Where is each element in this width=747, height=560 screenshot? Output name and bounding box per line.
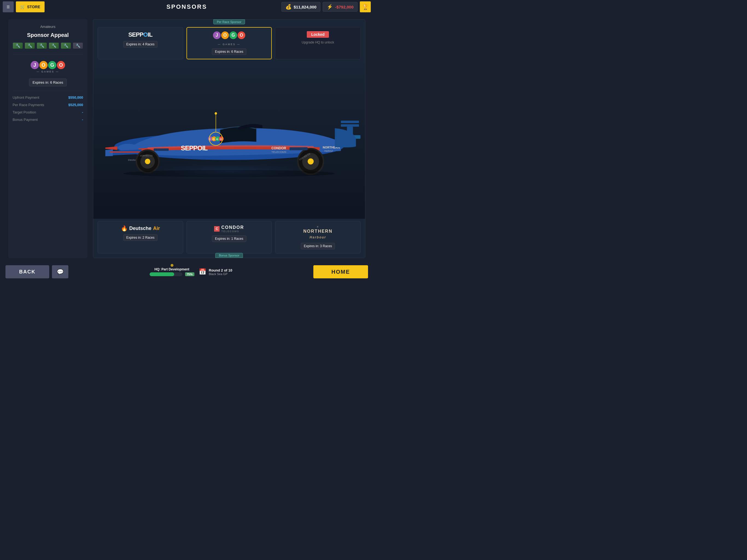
progress-fill — [150, 272, 174, 276]
deutsche-logo: 🔥 Deutsche Air — [121, 225, 160, 232]
appeal-icons: 🔧 🔧 🔧 🔧 🔧 🔧 — [12, 43, 83, 49]
car-svg: SEPPOIL CONDOR TELECOMS NORTHERN Harbour… — [93, 103, 365, 178]
cart-icon: 🛒 — [20, 5, 25, 9]
footer: BACK 💬 ⊕ HQ: Part Development 75% 📅 Roun… — [0, 263, 374, 280]
jogo-card[interactable]: J O G O — GAMES — Expires in: 6 Races — [186, 27, 272, 59]
northern-expires: Expires in: 3 Races — [301, 243, 335, 249]
deutsche-expires: Expires in: 2 Races — [123, 234, 157, 241]
page-title: SPONSORS — [166, 3, 207, 10]
bonus-section-label: Bonus Sponsor — [215, 253, 243, 258]
upfront-value: $550,000 — [68, 96, 83, 100]
appeal-icon-1: 🔧 — [13, 43, 23, 49]
store-label: STORE — [27, 5, 40, 9]
bonus-payment-value: - — [82, 118, 83, 122]
header-left: ☰ 🛒 STORE — [3, 1, 45, 12]
bonus-sponsors: 🔥 Deutsche Air Expires in: 2 Races C CON… — [93, 219, 365, 258]
hq-label: HQ: Part Development — [154, 268, 189, 271]
debt-value: -$792,000 — [335, 5, 354, 9]
jogo-letter-j: J — [31, 61, 39, 69]
svg-rect-6 — [110, 152, 140, 153]
svg-text:CORTÉS CO: CORTÉS CO — [140, 154, 153, 157]
seppoil-expires: Expires in: 4 Races — [123, 41, 157, 48]
appeal-sublabel: Amateurs — [12, 25, 83, 29]
appeal-icon-2: 🔧 — [25, 43, 35, 49]
per-race-label: Per Race Payments — [12, 103, 44, 107]
svg-point-23 — [215, 112, 217, 114]
condor-sub: TELECOMS — [221, 230, 244, 233]
per-race-row: Per Race Payments $525,000 — [12, 103, 83, 107]
svg-text:SEPPOIL: SEPPOIL — [181, 144, 208, 152]
home-button[interactable]: HOME — [313, 265, 368, 278]
per-race-sponsors: Per Race Sponsor SEPPOIL Expires in: 4 R… — [93, 19, 365, 61]
left-panel: Amateurs Sponsor Appeal 🔧 🔧 🔧 🔧 🔧 🔧 J O … — [8, 19, 87, 258]
upfront-row: Upfront Payment $550,000 — [12, 96, 83, 100]
target-value: - — [82, 110, 83, 114]
round-sub: Black Sea GP — [209, 272, 232, 276]
svg-point-32 — [145, 159, 150, 164]
seppoil-card[interactable]: SEPPOIL Expires in: 4 Races — [98, 27, 183, 59]
svg-text:G: G — [216, 137, 218, 141]
trophy-button[interactable]: 🏆 — [360, 1, 371, 12]
store-button[interactable]: 🛒 STORE — [16, 1, 45, 12]
deutsche-name: Deutsche — [129, 226, 152, 231]
svg-text:CONDOR: CONDOR — [272, 146, 286, 150]
menu-button[interactable]: ☰ — [3, 1, 14, 12]
hamburger-icon: ☰ — [6, 5, 10, 9]
target-row: Target Position - — [12, 110, 83, 114]
svg-rect-34 — [289, 147, 308, 150]
svg-point-36 — [123, 170, 335, 177]
right-panel: Per Race Sponsor SEPPOIL Expires in: 4 R… — [93, 19, 365, 258]
progress-pct: 75% — [185, 272, 195, 276]
trophy-icon: 🏆 — [362, 4, 369, 10]
jogo-letter-g: G — [48, 61, 56, 69]
northern-logo: × NORTHERN Harbour — [303, 225, 333, 240]
bonus-payment-label: Bonus Payment — [12, 118, 38, 122]
condor-top: C CONDOR TELECOMS — [214, 225, 244, 233]
progress-section: ⊕ HQ: Part Development 75% 📅 Round 2 of … — [71, 268, 311, 276]
upfront-label: Upfront Payment — [12, 96, 40, 100]
svg-text:O: O — [212, 137, 215, 141]
jogo-card-g: G — [229, 31, 237, 39]
northern-card[interactable]: × NORTHERN Harbour Expires in: 3 Races — [275, 221, 361, 253]
svg-text:O: O — [220, 137, 222, 141]
northern-x: × — [303, 225, 333, 229]
svg-point-27 — [308, 158, 314, 164]
coin-icon: 💰 — [285, 4, 291, 10]
jogo-card-logo: J O G O — [213, 31, 245, 39]
appeal-icon-3: 🔧 — [37, 43, 47, 49]
condor-card[interactable]: C CONDOR TELECOMS Expires in: 1 Races — [186, 221, 272, 253]
unlock-text: Upgrade HQ to unlock — [302, 41, 334, 44]
hq-plus-icon: ⊕ — [170, 263, 174, 268]
main-content: Amateurs Sponsor Appeal 🔧 🔧 🔧 🔧 🔧 🔧 J O … — [0, 14, 374, 263]
round-info: 📅 Round 2 of 10 Black Sea GP — [199, 268, 232, 276]
svg-rect-2 — [341, 124, 359, 127]
svg-rect-1 — [341, 121, 359, 123]
bonus-row: Bonus Payment - — [12, 118, 83, 122]
balance-value: $11,824,000 — [294, 5, 316, 9]
flame-icon: 🔥 — [121, 225, 128, 232]
appeal-icon-4: 🔧 — [49, 43, 59, 49]
condor-square-icon: C — [214, 226, 220, 232]
deutsche-air-card[interactable]: 🔥 Deutsche Air Expires in: 2 Races — [98, 221, 183, 253]
balance-display: 💰 $11,824,000 — [281, 2, 320, 12]
chat-icon: 💬 — [57, 269, 64, 275]
hq-progress-bar — [150, 272, 182, 276]
appeal-title: Sponsor Appeal — [12, 32, 83, 38]
calendar-icon: 📅 — [199, 268, 206, 275]
jogo-letter-o2: O — [57, 61, 65, 69]
target-label: Target Position — [12, 110, 36, 114]
jogo-expires: Expires in: 6 Races — [212, 48, 246, 55]
jogo-subtitle: — GAMES — — [36, 70, 59, 73]
chat-button[interactable]: 💬 — [52, 265, 68, 278]
round-label: Round 2 of 10 — [209, 268, 232, 272]
jogo-letters: J O G O — [31, 61, 65, 69]
locked-badge: Locked — [307, 31, 329, 38]
back-button[interactable]: BACK — [5, 265, 49, 278]
header-right: 💰 $11,824,000 ⚡ -$792,000 🏆 — [281, 1, 371, 12]
per-race-value: $525,000 — [68, 103, 83, 107]
jogo-card-o1: O — [221, 31, 229, 39]
appeal-icon-5: 🔧 — [61, 43, 71, 49]
selected-sponsor-logo: J O G O — GAMES — — [12, 61, 83, 73]
svg-text:TELECOMS: TELECOMS — [272, 150, 287, 153]
jogo-letter-o1: O — [40, 61, 48, 69]
